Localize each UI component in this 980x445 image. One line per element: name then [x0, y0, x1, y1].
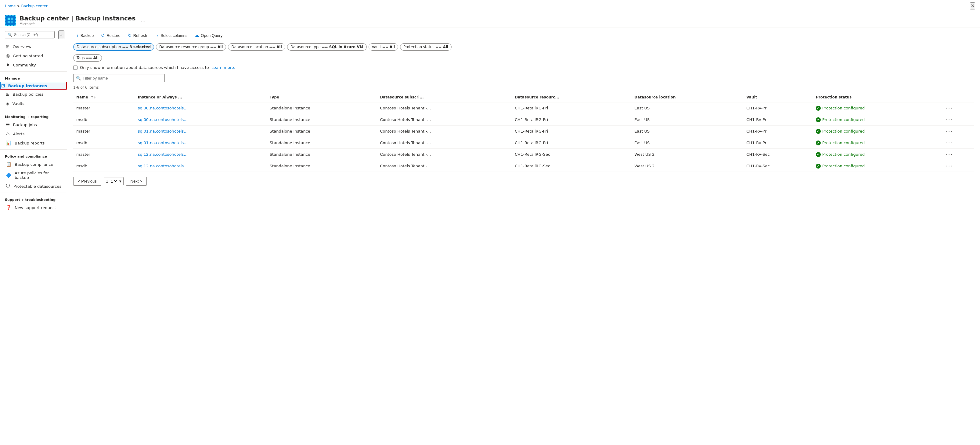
sidebar-item-overview[interactable]: ⊞ Overview: [0, 42, 67, 51]
filter-datasource-location[interactable]: Datasource location == All: [228, 43, 285, 51]
cell-instance[interactable]: sql00.na.contosohotels...: [135, 114, 267, 125]
sidebar-item-backup-compliance[interactable]: 📋 Backup compliance: [0, 160, 67, 169]
restore-button[interactable]: ↺ Restore: [98, 31, 124, 40]
app-icon: [5, 15, 16, 26]
sidebar-item-label: Backup instances: [8, 84, 47, 88]
cell-more[interactable]: ···: [943, 102, 974, 114]
refresh-button[interactable]: ↻ Refresh: [125, 31, 150, 40]
cell-protection-status: Protection configured: [813, 149, 943, 160]
breadcrumb: Home > Backup center: [5, 4, 970, 8]
protectable-datasources-icon: 🛡: [6, 184, 10, 189]
cell-name: master: [73, 102, 135, 114]
instance-link[interactable]: sql12.na.contosohotels...: [138, 152, 188, 157]
cell-instance[interactable]: sql01.na.contosohotels...: [135, 125, 267, 137]
access-checkbox[interactable]: [73, 65, 78, 70]
instance-link[interactable]: sql00.na.contosohotels...: [138, 117, 188, 122]
row-more-options[interactable]: ···: [946, 105, 953, 111]
sidebar-item-getting-started[interactable]: ◎ Getting started: [0, 51, 67, 60]
sidebar-item-azure-policies[interactable]: 🔷 Azure policies for backup: [0, 169, 67, 182]
filter-datasource-resource-group[interactable]: Datasource resource group == All: [156, 43, 226, 51]
cell-type: Standalone Instance: [267, 160, 377, 172]
cell-more[interactable]: ···: [943, 114, 974, 125]
col-location[interactable]: Datasource location: [631, 93, 743, 102]
svg-rect-2: [8, 21, 10, 23]
cell-protection-status: Protection configured: [813, 102, 943, 114]
search-input[interactable]: [14, 33, 52, 37]
row-more-options[interactable]: ···: [946, 116, 953, 123]
cell-name: msdb: [73, 160, 135, 172]
cell-more[interactable]: ···: [943, 160, 974, 172]
instance-link[interactable]: sql01.na.contosohotels...: [138, 141, 188, 145]
sidebar-item-protectable-datasources[interactable]: 🛡 Protectable datasources: [0, 182, 67, 191]
row-more-options[interactable]: ···: [946, 163, 953, 169]
cell-more[interactable]: ···: [943, 137, 974, 149]
more-options-header[interactable]: ...: [140, 17, 146, 24]
cell-protection-status: Protection configured: [813, 137, 943, 149]
search-box[interactable]: 🔍: [5, 31, 55, 38]
filter-tags[interactable]: Tags == All: [73, 54, 102, 62]
filter-protection-status[interactable]: Protection status == All: [400, 43, 452, 51]
instance-link[interactable]: sql12.na.contosohotels...: [138, 164, 188, 168]
learn-more-link[interactable]: Learn more.: [212, 65, 235, 70]
open-query-icon: ☁: [195, 33, 199, 38]
collapse-sidebar-button[interactable]: «: [58, 30, 64, 39]
refresh-icon: ↻: [128, 33, 132, 38]
sidebar-item-alerts[interactable]: ⚠ Alerts: [0, 129, 67, 138]
cell-instance[interactable]: sql01.na.contosohotels...: [135, 137, 267, 149]
sidebar-item-label: Backup compliance: [14, 162, 53, 167]
sidebar-item-label: New support request: [14, 206, 56, 210]
filter-by-name-input[interactable]: [83, 76, 162, 81]
breadcrumb-home[interactable]: Home: [5, 4, 16, 8]
sidebar-item-community[interactable]: ♦ Community: [0, 60, 67, 70]
cell-instance[interactable]: sql00.na.contosohotels...: [135, 102, 267, 114]
instance-link[interactable]: sql00.na.contosohotels...: [138, 106, 188, 110]
col-resource[interactable]: Datasource resourc...: [512, 93, 631, 102]
sidebar-item-label: Protectable datasources: [13, 184, 61, 188]
col-name[interactable]: Name ↑↓: [73, 93, 135, 102]
row-more-options[interactable]: ···: [946, 151, 953, 158]
next-button[interactable]: Next >: [126, 177, 147, 185]
alerts-icon: ⚠: [6, 131, 10, 136]
cell-type: Standalone Instance: [267, 149, 377, 160]
row-more-options[interactable]: ···: [946, 139, 953, 146]
col-protection-status[interactable]: Protection status: [813, 93, 943, 102]
col-subscription[interactable]: Datasource subscri...: [377, 93, 512, 102]
sidebar-item-backup-reports[interactable]: 📊 Backup reports: [0, 138, 67, 147]
getting-started-icon: ◎: [6, 53, 10, 59]
cell-instance[interactable]: sql12.na.contosohotels...: [135, 149, 267, 160]
filter-search-icon: 🔍: [76, 76, 81, 81]
sidebar-item-label: Azure policies for backup: [14, 171, 62, 180]
previous-button[interactable]: < Previous: [73, 177, 101, 185]
filter-datasource-type[interactable]: Datasource type == SQL in Azure VM: [287, 43, 367, 51]
cell-more[interactable]: ···: [943, 125, 974, 137]
filter-input-wrap: 🔍: [73, 74, 165, 82]
select-columns-button[interactable]: → Select columns: [151, 32, 190, 40]
col-instance[interactable]: Instance or Always ...: [135, 93, 267, 102]
row-more-options[interactable]: ···: [946, 128, 953, 135]
sidebar-item-new-support[interactable]: ❓ New support request: [0, 203, 67, 212]
cell-name: msdb: [73, 137, 135, 149]
page-selector[interactable]: 1 1 ▾: [104, 177, 124, 185]
sidebar-item-vaults[interactable]: ◈ Vaults: [0, 99, 67, 108]
sidebar-item-backup-policies[interactable]: ⊞ Backup policies: [0, 90, 67, 99]
page-select-dropdown[interactable]: 1: [110, 179, 118, 184]
sidebar-item-backup-instances[interactable]: ⊡ Backup instances: [0, 82, 67, 90]
cell-protection-status: Protection configured: [813, 114, 943, 125]
cell-instance[interactable]: sql12.na.contosohotels...: [135, 160, 267, 172]
status-badge: Protection configured: [816, 141, 940, 146]
breadcrumb-current[interactable]: Backup center: [21, 4, 48, 8]
pagination: < Previous 1 1 ▾ Next >: [73, 177, 974, 185]
table-row: master sql00.na.contosohotels... Standal…: [73, 102, 974, 114]
close-button[interactable]: ✕: [970, 2, 975, 10]
filter-datasource-subscription[interactable]: Datasource subscription == 3 selected: [73, 43, 154, 51]
backup-button[interactable]: + Backup: [73, 32, 97, 40]
instance-link[interactable]: sql01.na.contosohotels...: [138, 129, 188, 133]
cell-name: msdb: [73, 114, 135, 125]
sidebar-item-label: Backup jobs: [13, 122, 37, 127]
sidebar-item-backup-jobs[interactable]: ☰ Backup jobs: [0, 120, 67, 129]
filter-vault[interactable]: Vault == All: [369, 43, 398, 51]
open-query-button[interactable]: ☁ Open Query: [192, 31, 226, 40]
col-vault[interactable]: Vault: [743, 93, 813, 102]
col-type[interactable]: Type: [267, 93, 377, 102]
cell-more[interactable]: ···: [943, 149, 974, 160]
